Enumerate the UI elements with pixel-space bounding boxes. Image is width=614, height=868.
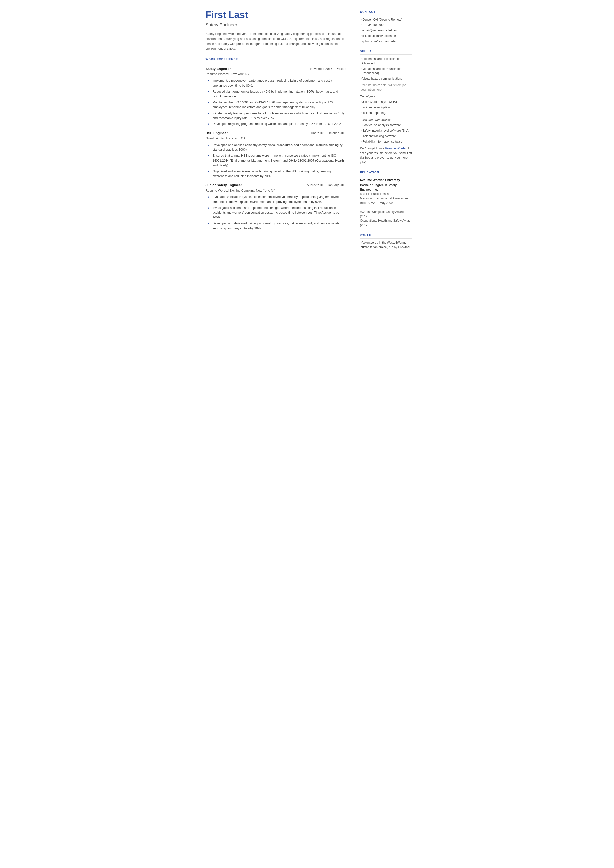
- edu-degree: Bachelor Degree in Safety Engineering.: [360, 183, 412, 192]
- job-3-company: Resume Worded Exciting Company, New York…: [206, 188, 346, 193]
- job-1-title: Safety Engineer: [206, 66, 231, 71]
- tool-item: Root cause analysis software.: [360, 123, 412, 127]
- list-item: Maintained the ISO 14001 and OHSAS 18001…: [208, 100, 346, 110]
- tool-item: Reliability information software.: [360, 139, 412, 144]
- job-1-company: Resume Worded, New York, NY: [206, 72, 346, 77]
- technique-item: Incident investigation.: [360, 105, 412, 110]
- contact-item: github.com/resumeworded: [360, 39, 412, 43]
- list-item: Reduced plant ergonomics issues by 40% b…: [208, 89, 346, 99]
- list-item: Implemented preventive maintenance progr…: [208, 78, 346, 88]
- edu-major: Major in Public Health.: [360, 192, 390, 196]
- technique-item: Job hazard analysis (JHA): [360, 100, 412, 104]
- list-item: Developed and delivered training in oper…: [208, 221, 346, 231]
- job-3-bullets: Evaluated ventilation systems to lessen …: [206, 195, 346, 231]
- edu-minors: Minors in Environmental Assessment.: [360, 197, 409, 200]
- contact-item: email@resumeworded.com: [360, 28, 412, 33]
- work-experience-title: WORK EXPERIENCE: [206, 57, 346, 63]
- list-item: Developed and applied company safety pla…: [208, 143, 346, 152]
- edu-school: Resume Worded University: [360, 178, 412, 183]
- list-item: Developed recycling programs reducing wa…: [208, 122, 346, 126]
- job-title: Safety Engineer: [206, 22, 346, 28]
- list-item: Organized and administered on-job traini…: [208, 169, 346, 179]
- skill-item: Verbal hazard communication (Experienced…: [360, 67, 412, 76]
- job-2-company: Growthsi, San Francisco, CA: [206, 136, 346, 141]
- other-item: Volunteered in the Waste4Warmth humanita…: [360, 241, 412, 249]
- recruiter-note: Recruiter note: enter skills from job de…: [361, 83, 412, 92]
- job-3-title: Junior Safety Engineer: [206, 183, 242, 188]
- education-section: EDUCATION Resume Worded University Bache…: [360, 171, 412, 227]
- other-title: OTHER: [360, 233, 412, 239]
- resume-page: First Last Safety Engineer Safety Engine…: [196, 0, 419, 314]
- tool-item: Safety integrity level software (SIL).: [360, 129, 412, 133]
- job-1-header: Safety Engineer November 2015 – Present: [206, 66, 346, 71]
- skill-item: Hidden hazards identification (Advanced)…: [360, 57, 412, 65]
- candidate-name: First Last: [206, 10, 346, 20]
- job-2-header: HSE Engineer June 2013 – October 2015: [206, 130, 346, 136]
- list-item: Investigated accidents and implemented c…: [208, 206, 346, 220]
- skills-title: SKILLS: [360, 50, 412, 55]
- link-note-prefix: Don't forget to use: [360, 147, 385, 150]
- edu-location-date: Boston, MA — May 2009: [360, 201, 393, 205]
- tool-item: Incident tracking software.: [360, 134, 412, 138]
- tools-label: Tools and Frameworks:: [360, 118, 412, 122]
- summary: Safety Engineer with nine years of exper…: [206, 31, 346, 51]
- list-item: Ensured that annual HSE programs were in…: [208, 154, 346, 168]
- skill-item: Visual hazard communication.: [360, 76, 412, 81]
- job-2-dates: June 2013 – October 2015: [310, 131, 346, 136]
- resume-worded-link[interactable]: Resume Worded: [385, 147, 407, 150]
- education-title: EDUCATION: [360, 171, 412, 176]
- job-2-title: HSE Engineer: [206, 130, 228, 136]
- edu-award2: Occupational Health and Safety Award (20…: [360, 219, 411, 227]
- job-1-bullets: Implemented preventive maintenance progr…: [206, 78, 346, 126]
- job-3-header: Junior Safety Engineer August 2010 – Jan…: [206, 183, 346, 188]
- list-item: Evaluated ventilation systems to lessen …: [208, 195, 346, 204]
- right-column: CONTACT Denver, OH (Open to Remote) +1-2…: [354, 0, 419, 314]
- contact-item: Denver, OH (Open to Remote): [360, 17, 412, 22]
- job-2-bullets: Developed and applied company safety pla…: [206, 143, 346, 179]
- technique-item: Incident reporting.: [360, 110, 412, 115]
- skills-section: SKILLS Hidden hazards identification (Ad…: [360, 50, 412, 165]
- contact-item: +1-234-456-789: [360, 23, 412, 27]
- edu-detail: Major in Public Health. Minors in Enviro…: [360, 192, 412, 227]
- job-1-dates: November 2015 – Present: [310, 67, 346, 71]
- contact-title: CONTACT: [360, 10, 412, 16]
- list-item: Initiated safety training programs for a…: [208, 111, 346, 121]
- techniques-label: Techniques:: [360, 94, 412, 99]
- job-3-dates: August 2010 – January 2013: [307, 183, 346, 188]
- left-column: First Last Safety Engineer Safety Engine…: [196, 0, 354, 314]
- other-section: OTHER Volunteered in the Waste4Warmth hu…: [360, 233, 412, 250]
- contact-section: CONTACT Denver, OH (Open to Remote) +1-2…: [360, 10, 412, 43]
- edu-award1: Awards: Workplace Safety Award (2012).: [360, 210, 404, 218]
- link-note: Don't forget to use Resume Worded to sca…: [360, 146, 412, 165]
- contact-item: linkedin.com/in/username: [360, 34, 412, 38]
